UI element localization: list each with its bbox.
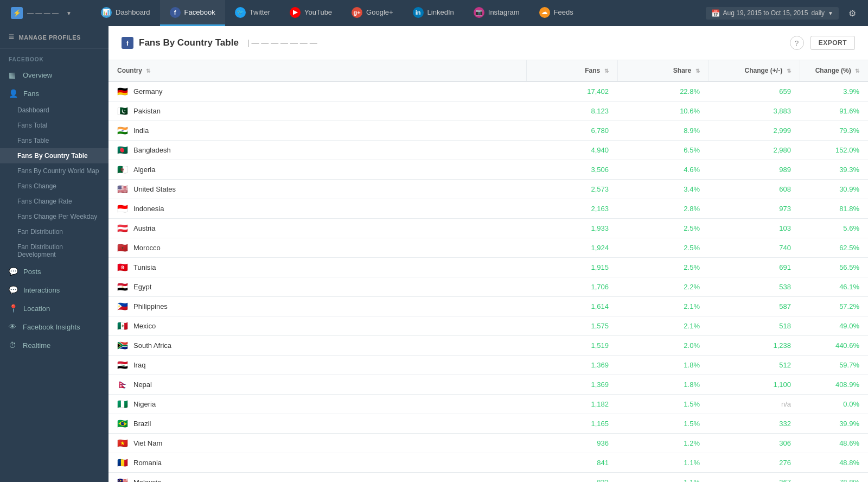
sidebar-item-fans[interactable]: 👤 Fans [0,84,108,103]
td-change-2: 2,999 [709,121,800,141]
page-title: Fans By Country Table [139,37,239,48]
td-country-1: 🇵🇰 Pakistan [108,102,526,121]
td-country-17: 🇧🇷 Brazil [108,414,526,434]
td-country-3: 🇧🇩 Bangladesh [108,141,526,160]
sidebar-item-interactions[interactable]: 💬 Interactions [0,281,108,299]
manage-profiles-button[interactable]: ☰ MANAGE PROFILES [0,26,108,49]
instagram-tab-label: Instagram [488,8,520,16]
td-change-pct-5: 30.9% [800,180,868,199]
col-country-sort-icon: ⇅ [146,68,150,74]
td-country-16: 🇳🇬 Nigeria [108,395,526,414]
help-button[interactable]: ? [790,36,804,50]
col-header-country[interactable]: Country ⇅ [108,60,526,81]
sidebar-item-overview[interactable]: ▦ Overview [0,66,108,84]
youtube-tab-icon: ▶ [290,7,301,18]
sidebar-item-realtime[interactable]: ⏱ Realtime [0,336,108,354]
country-name-13: South Africa [133,341,171,350]
td-change-pct-8: 62.5% [800,238,868,258]
sidebar-sub-item-fan-distribution[interactable]: Fan Distribution [0,224,108,239]
td-change-20: 367 [709,473,800,483]
realtime-icon: ⏱ [9,341,17,350]
date-range-picker[interactable]: 📅 Aug 19, 2015 to Oct 15, 2015 daily ▼ [706,7,839,20]
sidebar-fans-label: Fans [23,90,39,98]
flag-india: 🇮🇳 [117,126,129,135]
td-fans-2: 6,780 [526,121,617,141]
col-header-change-pct[interactable]: Change (%) ⇅ [800,60,868,81]
td-change-pct-15: 408.9% [800,375,868,395]
table-row: 🇲🇾 Malaysia 833 1.1% 367 78.8% [108,473,868,483]
td-change-7: 103 [709,219,800,238]
overview-icon: ▦ [9,71,17,79]
facebook-tab-label: Facebook [184,8,215,16]
nav-tabs: 📊DashboardfFacebook🐦Twitter▶YouTubeg+Goo… [91,0,706,26]
country-name-17: Brazil [133,420,151,428]
td-fans-15: 1,369 [526,375,617,395]
sidebar-item-location[interactable]: 📍 Location [0,299,108,318]
td-country-12: 🇲🇽 Mexico [108,316,526,336]
dashboard-tab-icon: 📊 [101,7,112,18]
nav-tab-facebook[interactable]: fFacebook [160,0,225,26]
table-row: 🇲🇽 Mexico 1,575 2.1% 518 49.0% [108,316,868,336]
td-change-pct-13: 440.6% [800,336,868,356]
page-header: f Fans By Country Table | — — — — — — — … [108,26,868,60]
sidebar-sub-item-fans-change-per-weekday[interactable]: Fans Change Per Weekday [0,209,108,224]
sidebar-sub-item-fans-table[interactable]: Fans Table [0,133,108,148]
table-row: 🇧🇷 Brazil 1,165 1.5% 332 39.9% [108,414,868,434]
interactions-icon: 💬 [9,286,18,294]
sidebar-sub-item-fans-by-country-table[interactable]: Fans By Country Table [0,148,108,163]
td-share-9: 2.5% [617,258,709,277]
td-change-6: 973 [709,199,800,219]
sidebar-item-posts[interactable]: 💬 Posts [0,262,108,281]
col-header-change[interactable]: Change (+/-) ⇅ [709,60,800,81]
td-change-12: 518 [709,316,800,336]
col-header-fans[interactable]: Fans ⇅ [526,60,617,81]
flag-united-states: 🇺🇸 [117,185,129,193]
td-change-pct-18: 48.6% [800,434,868,453]
date-chevron-icon: ▼ [828,10,833,16]
sidebar-item-fb-insights[interactable]: 👁 Facebook Insights [0,318,108,336]
td-change-14: 512 [709,356,800,375]
sidebar-sub-item-fans-total[interactable]: Fans Total [0,118,108,133]
top-nav: ⚡ — — — — ▼ 📊DashboardfFacebook🐦Twitter▶… [0,0,868,26]
export-button[interactable]: EXPORT [810,36,855,50]
td-country-13: 🇿🇦 South Africa [108,336,526,356]
table-header: Country ⇅ Fans ⇅ Share ⇅ Change (+/-) [108,60,868,81]
flag-pakistan: 🇵🇰 [117,107,129,115]
country-name-19: Romania [133,459,162,467]
country-name-18: Viet Nam [133,439,162,447]
flag-iraq: 🇮🇶 [117,361,129,369]
sidebar-sub-item-fans-change[interactable]: Fans Change [0,179,108,194]
sidebar-sub-item-fans-change-rate[interactable]: Fans Change Rate [0,194,108,209]
nav-tab-feeds[interactable]: ☁Feeds [529,0,583,26]
td-change-9: 691 [709,258,800,277]
nav-tab-youtube[interactable]: ▶YouTube [280,0,342,26]
nav-tab-twitter[interactable]: 🐦Twitter [225,0,280,26]
country-name-8: Morocco [133,244,161,252]
country-name-16: Nigeria [133,400,156,408]
brand-icon: ⚡ [11,7,23,19]
nav-tab-linkedin[interactable]: inLinkedIn [403,0,464,26]
td-fans-20: 833 [526,473,617,483]
sidebar-sub-item-dashboard[interactable]: Dashboard [0,103,108,118]
settings-button[interactable]: ⚙ [845,6,859,21]
sidebar-sub-item-fan-distribution-development[interactable]: Fan Distribution Development [0,239,108,262]
table-row: 🇳🇵 Nepal 1,369 1.8% 1,100 408.9% [108,375,868,395]
brand[interactable]: ⚡ — — — — ▼ [4,7,91,19]
col-change-pct-sort-icon: ⇅ [855,68,859,74]
td-change-pct-10: 46.1% [800,277,868,297]
nav-tab-instagram[interactable]: 📷Instagram [464,0,529,26]
sidebar-sub-item-fans-by-country-world-map[interactable]: Fans By Country World Map [0,163,108,179]
td-share-19: 1.1% [617,453,709,473]
nav-tab-dashboard[interactable]: 📊Dashboard [91,0,160,26]
country-name-14: Iraq [133,361,145,369]
country-name-1: Pakistan [133,107,161,115]
country-name-10: Egypt [133,283,151,291]
col-header-share[interactable]: Share ⇅ [617,60,709,81]
td-change-11: 587 [709,297,800,316]
table-row: 🇩🇪 Germany 17,402 22.8% 659 3.9% [108,81,868,102]
table-row: 🇳🇬 Nigeria 1,182 1.5% n/a 0.0% [108,395,868,414]
googleplus-tab-label: Google+ [366,8,393,16]
nav-tab-googleplus[interactable]: g+Google+ [342,0,403,26]
brand-chevron-icon: ▼ [66,10,72,16]
td-share-12: 2.1% [617,316,709,336]
